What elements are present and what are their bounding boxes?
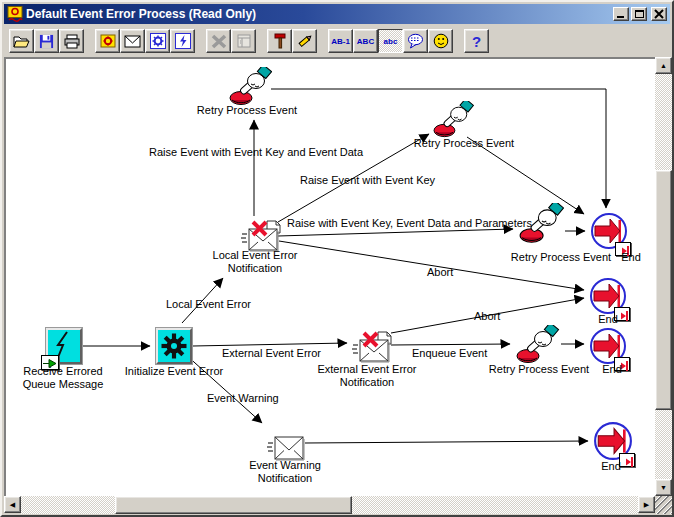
edge-label-external-event-error: External Event Error xyxy=(222,347,321,360)
close-button[interactable] xyxy=(651,7,667,21)
label-line-2: Notification xyxy=(249,472,321,485)
vertical-scrollbar: ▲ ▼ xyxy=(655,57,672,496)
label-abc-upper-button[interactable]: ABC xyxy=(353,29,378,53)
maximize-icon xyxy=(635,10,644,18)
node-receive-errored-queue-message[interactable] xyxy=(46,328,82,364)
label-line-1: End xyxy=(598,313,618,325)
vertical-scroll-thumb[interactable] xyxy=(655,170,672,410)
edit-button[interactable] xyxy=(292,29,317,53)
delete-x-icon xyxy=(211,34,227,49)
print-button[interactable] xyxy=(59,29,84,53)
node-end-4[interactable] xyxy=(593,421,633,465)
node-label-warning-notification: Event Warning Notification xyxy=(249,459,321,484)
label-line-1: Initialize Event Error xyxy=(125,365,223,377)
end-overlay-icon xyxy=(619,453,635,467)
scroll-down-button[interactable]: ▼ xyxy=(655,479,672,496)
help-button[interactable]: ? xyxy=(464,29,489,53)
scroll-left-button[interactable]: ◀ xyxy=(4,496,21,513)
node-initialize-event-error[interactable] xyxy=(156,328,192,364)
properties-button[interactable] xyxy=(231,29,256,53)
maximize-button[interactable] xyxy=(631,7,647,21)
node-label-external-notification: External Event Error Notification xyxy=(317,363,416,388)
node-label-local-notification: Local Event Error Notification xyxy=(213,249,298,274)
scroll-up-button[interactable]: ▲ xyxy=(655,57,672,74)
label-line-1: End xyxy=(601,460,621,472)
vertical-scroll-track[interactable] xyxy=(655,74,672,479)
edge-label-local-event-error: Local Event Error xyxy=(166,298,251,311)
abc-upper-label: ABC xyxy=(357,37,374,46)
edge-label-raise-key: Raise Event with Event Key xyxy=(300,174,435,187)
label-line-2: Notification xyxy=(213,262,298,275)
horizontal-scroll-thumb[interactable] xyxy=(115,496,352,514)
save-icon xyxy=(39,34,54,49)
hand-button-event-icon xyxy=(518,203,564,245)
properties-icon xyxy=(236,34,252,49)
edge-label-event-warning: Event Warning xyxy=(207,392,279,405)
node-label-retry-2: Retry Process Event xyxy=(414,137,514,150)
titlebar[interactable]: Default Event Error Process (Read Only) xyxy=(4,4,670,24)
resize-grip[interactable] xyxy=(655,496,674,514)
comment-button[interactable] xyxy=(403,29,428,53)
notification-error-icon xyxy=(352,330,392,366)
hand-button-event-icon xyxy=(514,325,560,365)
gear-icon xyxy=(159,331,189,361)
save-button[interactable] xyxy=(34,29,59,53)
node-label-retry-4: Retry Process Event xyxy=(489,363,589,376)
hand-button-event-icon xyxy=(228,67,272,107)
node-label-end-1: End xyxy=(621,251,641,264)
label-line-1: External Event Error xyxy=(317,363,416,376)
edge-label-abort-2: Abort xyxy=(474,310,500,323)
verify-button[interactable] xyxy=(267,29,292,53)
scroll-right-button[interactable]: ▶ xyxy=(638,496,655,513)
node-label-end-2: End xyxy=(598,313,618,326)
horizontal-scroll-track[interactable] xyxy=(21,496,638,514)
label-ab1-button[interactable]: AB-1 xyxy=(328,29,353,53)
function-activity-icon xyxy=(156,328,192,364)
function-icon xyxy=(150,33,166,49)
delete-button[interactable] xyxy=(206,29,231,53)
edge-label-abort-1: Abort xyxy=(427,266,453,279)
hand-button-event-icon xyxy=(432,101,474,139)
node-end-1[interactable] xyxy=(590,212,628,254)
window-title: Default Event Error Process (Read Only) xyxy=(26,7,613,21)
label-line-1: Retry Process Event xyxy=(197,104,297,116)
edge-label-raise-key-data-parameters: Raise with Event Key, Event Data and Par… xyxy=(287,217,532,230)
print-icon xyxy=(64,34,80,49)
process-button[interactable] xyxy=(95,29,120,53)
abc-lower-label: abc xyxy=(384,37,398,46)
edge-label-enqueue-event: Enqueue Event xyxy=(412,347,487,360)
horizontal-scrollbar: ◀ ▶ xyxy=(4,496,655,514)
node-label-end-4: End xyxy=(601,460,621,473)
notification-icon xyxy=(124,35,141,48)
transition-enqueue-event[interactable] xyxy=(391,344,510,345)
transition-warning-to-end4[interactable] xyxy=(305,441,588,443)
label-line-1: Retry Process Event xyxy=(489,363,589,375)
edge-label-raise-key-and-data: Raise Event with Event Key and Event Dat… xyxy=(149,146,363,159)
label-line-1: End xyxy=(602,363,622,375)
transition-lines xyxy=(6,59,655,496)
event-button[interactable] xyxy=(170,29,195,53)
workflow-process-window: Default Event Error Process (Read Only) xyxy=(0,0,674,517)
toolbar: AB-1 ABC abc ? xyxy=(4,27,670,55)
open-icon xyxy=(13,34,30,49)
transition-raise-key-data-parameters[interactable] xyxy=(278,229,513,236)
label-abc-lower-button[interactable]: abc xyxy=(378,29,403,53)
node-label-retry-1: Retry Process Event xyxy=(197,104,297,117)
label-line-2: Notification xyxy=(317,376,416,389)
transition-external-event-error[interactable] xyxy=(193,343,347,346)
node-retry-process-event-3[interactable] xyxy=(518,203,564,249)
event-icon xyxy=(175,33,191,49)
ab1-label: AB-1 xyxy=(331,37,350,46)
face-button[interactable] xyxy=(428,29,453,53)
open-button[interactable] xyxy=(9,29,34,53)
label-line-1: End xyxy=(621,251,641,263)
pencil-icon xyxy=(297,33,313,49)
help-label: ? xyxy=(472,33,481,50)
function-button[interactable] xyxy=(145,29,170,53)
minimize-button[interactable] xyxy=(613,7,629,21)
label-line-1: Local Event Error xyxy=(213,249,298,262)
notification-button[interactable] xyxy=(120,29,145,53)
diagram-canvas: Raise Event with Event Key and Event Dat… xyxy=(4,57,655,496)
label-line-1: Event Warning xyxy=(249,459,321,472)
workflow-logo-icon xyxy=(7,6,23,22)
